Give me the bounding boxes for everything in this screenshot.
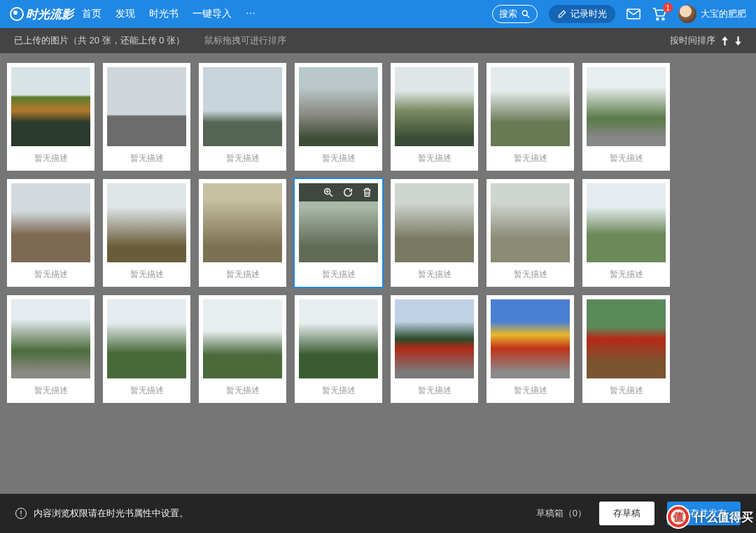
photo-thumb — [203, 299, 282, 378]
mail-icon — [626, 8, 640, 20]
photo-caption: 暂无描述 — [514, 146, 547, 171]
nav-discover[interactable]: 发现 — [115, 8, 135, 20]
photo-thumb — [11, 183, 90, 262]
search-label: 搜索 — [499, 8, 517, 20]
notice-text: 内容浏览权限请在时光书属性中设置。 — [34, 507, 188, 520]
photo-thumb — [203, 67, 282, 146]
photo-thumb — [299, 67, 378, 146]
photo-card[interactable]: 暂无描述 — [7, 295, 94, 403]
photo-caption: 暂无描述 — [514, 378, 547, 403]
record-button[interactable]: 记录时光 — [549, 5, 615, 23]
photo-card[interactable]: 暂无描述 — [199, 179, 286, 287]
photo-caption: 暂无描述 — [514, 262, 547, 287]
photo-caption: 暂无描述 — [322, 146, 356, 171]
sort-control[interactable]: 按时间排序 — [670, 34, 742, 47]
arrow-down-icon[interactable] — [734, 36, 742, 45]
photo-card[interactable]: 暂无描述 — [582, 295, 670, 403]
photo-caption: 暂无描述 — [130, 378, 164, 403]
photo-card[interactable]: 暂无描述 — [199, 63, 286, 171]
sort-label: 按时间排序 — [670, 34, 715, 47]
photo-caption: 暂无描述 — [610, 378, 643, 403]
photo-thumb — [491, 299, 570, 378]
photo-thumb — [587, 183, 666, 262]
photo-thumb — [299, 299, 378, 378]
photo-caption: 暂无描述 — [610, 146, 643, 171]
photo-card[interactable]: 暂无描述 — [103, 63, 190, 171]
photo-caption: 暂无描述 — [418, 378, 451, 403]
zoom-icon[interactable] — [323, 187, 334, 198]
mail-button[interactable] — [626, 8, 640, 20]
photo-caption: 暂无描述 — [34, 146, 68, 171]
photo-card[interactable]: 暂无描述 — [391, 295, 478, 403]
photo-thumb — [107, 299, 186, 378]
publish-button[interactable]: 保存并发布 — [667, 502, 741, 525]
photo-thumb — [395, 67, 474, 146]
photo-card[interactable]: 暂无描述 — [486, 295, 574, 403]
nav-right: 搜索 记录时光 1 大宝的肥肥 — [492, 5, 746, 23]
photo-card[interactable]: 暂无描述 — [582, 179, 670, 287]
nav-import[interactable]: 一键导入 — [192, 8, 232, 20]
search-button[interactable]: 搜索 — [492, 5, 538, 23]
photo-card[interactable]: 暂无描述 — [7, 179, 94, 287]
notice-area: ! 内容浏览权限请在时光书属性中设置。 — [15, 507, 188, 520]
photo-caption: 暂无描述 — [34, 378, 68, 403]
photo-card[interactable]: 暂无描述 — [7, 63, 94, 171]
cart-button[interactable]: 1 — [652, 7, 667, 21]
nav-more-icon[interactable]: ⋯ — [246, 8, 255, 20]
site-logo[interactable]: 时光流影 — [10, 6, 74, 22]
logo-icon — [10, 7, 24, 21]
user-menu[interactable]: 大宝的肥肥 — [678, 5, 746, 23]
edit-icon — [557, 9, 567, 19]
nav-home[interactable]: 首页 — [82, 8, 102, 20]
photo-thumb — [587, 299, 666, 378]
photo-caption: 暂无描述 — [322, 262, 356, 287]
delete-icon[interactable] — [362, 187, 372, 198]
photo-caption: 暂无描述 — [226, 146, 260, 171]
record-label: 记录时光 — [570, 8, 607, 20]
photo-card[interactable]: 暂无描述 — [103, 295, 190, 403]
photo-card[interactable]: 暂无描述 — [486, 179, 574, 287]
photo-caption: 暂无描述 — [322, 378, 356, 403]
top-nav: 时光流影 首页 发现 时光书 一键导入 ⋯ 搜索 记录时光 1 大宝的肥肥 — [0, 0, 756, 28]
nav-items: 首页 发现 时光书 一键导入 ⋯ — [82, 8, 255, 20]
card-toolbar — [299, 183, 378, 201]
photo-card[interactable]: 暂无描述 — [295, 295, 382, 403]
rotate-icon[interactable] — [342, 187, 354, 198]
logo-text: 时光流影 — [26, 6, 74, 22]
photo-card[interactable]: 暂无描述 — [391, 179, 478, 287]
draft-box-link[interactable]: 草稿箱（0） — [536, 507, 587, 520]
photo-card[interactable]: 暂无描述 — [582, 63, 670, 171]
nav-book[interactable]: 时光书 — [149, 8, 178, 20]
arrow-up-icon[interactable] — [721, 36, 729, 45]
photo-thumb — [11, 67, 90, 146]
photo-thumb — [491, 183, 570, 262]
photo-thumb — [203, 183, 282, 262]
photo-thumb — [11, 299, 90, 378]
photo-card[interactable]: 暂无描述 — [391, 63, 478, 171]
sub-left: 已上传的图片（共 20 张，还能上传 0 张） 鼠标拖拽可进行排序 — [14, 34, 286, 47]
avatar — [678, 5, 696, 23]
username: 大宝的肥肥 — [701, 8, 746, 20]
photo-card[interactable]: 暂无描述 — [486, 63, 574, 171]
photo-card-selected[interactable]: 暂无描述 — [295, 179, 382, 287]
photo-caption: 暂无描述 — [418, 262, 451, 287]
photo-thumb — [107, 183, 186, 262]
photo-thumb — [491, 67, 570, 146]
photo-caption: 暂无描述 — [418, 146, 451, 171]
photo-thumb — [395, 299, 474, 378]
svg-point-4 — [662, 18, 664, 20]
cart-badge: 1 — [663, 3, 673, 13]
svg-line-1 — [527, 15, 530, 18]
photo-caption: 暂无描述 — [610, 262, 643, 287]
photo-card[interactable]: 暂无描述 — [199, 295, 286, 403]
photo-caption: 暂无描述 — [226, 262, 260, 287]
save-draft-button[interactable]: 存草稿 — [599, 502, 654, 525]
bottom-bar: ! 内容浏览权限请在时光书属性中设置。 草稿箱（0） 存草稿 保存并发布 — [0, 494, 756, 533]
photo-caption: 暂无描述 — [130, 262, 164, 287]
photo-card[interactable]: 暂无描述 — [295, 63, 382, 171]
sub-bar: 已上传的图片（共 20 张，还能上传 0 张） 鼠标拖拽可进行排序 按时间排序 — [0, 28, 756, 53]
drag-hint: 鼠标拖拽可进行排序 — [204, 34, 286, 47]
photo-card[interactable]: 暂无描述 — [103, 179, 190, 287]
svg-point-0 — [522, 10, 527, 15]
svg-line-6 — [330, 194, 332, 197]
